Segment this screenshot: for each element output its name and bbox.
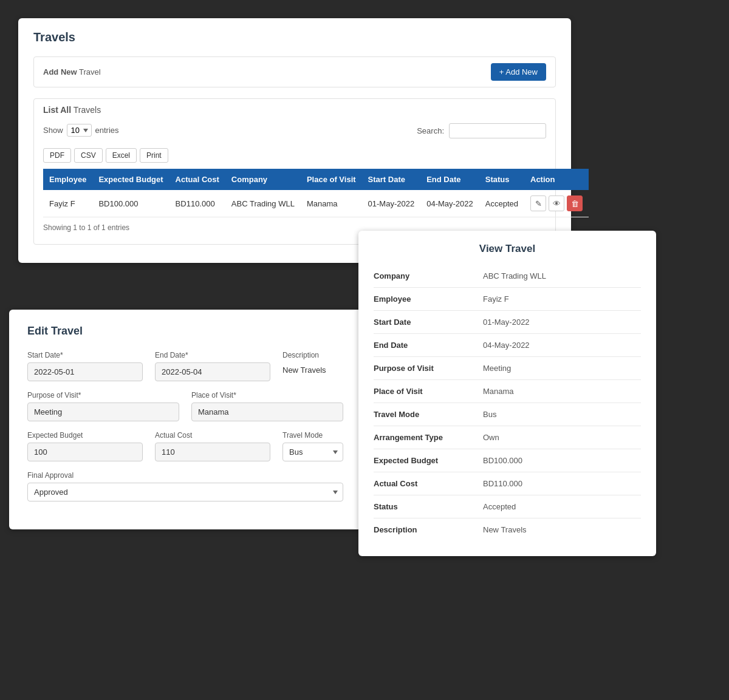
top-controls-row: Show 10 25 50 entries Search: xyxy=(43,123,546,143)
th-start-date: Start Date xyxy=(362,169,421,190)
final-approval-label: Final Approval xyxy=(27,471,343,480)
th-status: Status xyxy=(479,169,524,190)
form-group-final-approval: Final Approval Approved Pending Rejected xyxy=(27,471,343,501)
view-field-value: New Travels xyxy=(483,525,527,534)
edit-travel-card: Edit Travel Start Date* End Date* Descri… xyxy=(9,310,361,529)
print-button[interactable]: Print xyxy=(140,148,168,163)
view-fields: Company ABC Trading WLL Employee Fayiz F… xyxy=(374,265,641,541)
end-date-input[interactable] xyxy=(155,362,270,381)
td-start-date: 01-May-2022 xyxy=(362,190,421,217)
th-employee: Employee xyxy=(43,169,92,190)
view-field-value: 04-May-2022 xyxy=(483,341,530,350)
th-actual-cost: Actual Cost xyxy=(169,169,225,190)
add-label: Add New Travel xyxy=(43,67,101,76)
actual-cost-label: Actual Cost xyxy=(155,431,270,440)
actual-cost-input[interactable] xyxy=(155,443,270,461)
form-row-4: Final Approval Approved Pending Rejected xyxy=(27,471,343,501)
td-actual-cost: BD110.000 xyxy=(169,190,225,217)
view-row: Arrangement Type Own xyxy=(374,426,641,449)
table-header-row: Employee Expected Budget Actual Cost Com… xyxy=(43,169,589,190)
view-field-value: BD100.000 xyxy=(483,456,522,465)
start-date-label: Start Date* xyxy=(27,351,143,359)
view-row: Company ABC Trading WLL xyxy=(374,265,641,288)
td-expected-budget: BD100.000 xyxy=(92,190,169,217)
list-all-section: List All Travels Show 10 25 50 entries S… xyxy=(33,98,556,245)
travels-card: Travels Add New Travel + Add New List Al… xyxy=(18,18,571,263)
start-date-input[interactable] xyxy=(27,362,143,381)
view-field-key: Travel Mode xyxy=(374,410,483,419)
view-row: Actual Cost BD110.000 xyxy=(374,472,641,495)
view-field-value: Fayiz F xyxy=(483,294,509,304)
td-status: Accepted xyxy=(479,190,524,217)
td-action: ✎ 👁 🗑 xyxy=(524,190,589,217)
view-field-key: End Date xyxy=(374,341,483,350)
td-place-of-visit: Manama xyxy=(301,190,362,217)
view-field-value: 01-May-2022 xyxy=(483,318,530,327)
view-field-value: ABC Trading WLL xyxy=(483,271,546,280)
view-field-value: Bus xyxy=(483,410,496,419)
place-label: Place of Visit* xyxy=(191,391,343,399)
view-card-title: View Travel xyxy=(374,243,641,255)
view-travel-card: View Travel Company ABC Trading WLL Empl… xyxy=(358,231,656,556)
view-row: Start Date 01-May-2022 xyxy=(374,311,641,334)
end-date-label: End Date* xyxy=(155,351,270,359)
form-row-2: Purpose of Visit* Place of Visit* xyxy=(27,391,343,421)
view-field-value: Meeting xyxy=(483,364,511,373)
table-row: Fayiz F BD100.000 BD110.000 ABC Trading … xyxy=(43,190,589,217)
view-row: Employee Fayiz F xyxy=(374,288,641,311)
pdf-button[interactable]: PDF xyxy=(43,148,71,163)
table-controls: Show 10 25 50 entries xyxy=(43,124,119,137)
view-row: Status Accepted xyxy=(374,495,641,518)
search-bar: Search: xyxy=(417,123,546,138)
excel-button[interactable]: Excel xyxy=(106,148,137,163)
td-company: ABC Trading WLL xyxy=(225,190,301,217)
view-row: Place of Visit Manama xyxy=(374,380,641,403)
th-company: Company xyxy=(225,169,301,190)
form-group-travel-mode: Travel Mode Bus Car Air Train xyxy=(282,431,343,461)
view-field-key: Status xyxy=(374,502,483,511)
entries-select[interactable]: 10 25 50 xyxy=(67,124,92,137)
th-expected-budget: Expected Budget xyxy=(92,169,169,190)
view-field-key: Place of Visit xyxy=(374,387,483,396)
view-field-key: Description xyxy=(374,525,483,534)
final-approval-select[interactable]: Approved Pending Rejected xyxy=(27,483,343,501)
search-input[interactable] xyxy=(449,123,546,138)
csv-button[interactable]: CSV xyxy=(74,148,103,163)
add-new-button[interactable]: + Add New xyxy=(491,63,546,81)
description-text: New Travels xyxy=(282,362,343,378)
view-field-key: Purpose of Visit xyxy=(374,364,483,373)
view-row: Purpose of Visit Meeting xyxy=(374,357,641,380)
th-place-of-visit: Place of Visit xyxy=(301,169,362,190)
view-field-value: BD110.000 xyxy=(483,479,522,488)
purpose-input[interactable] xyxy=(27,403,179,421)
td-end-date: 04-May-2022 xyxy=(420,190,479,217)
view-row: Travel Mode Bus xyxy=(374,403,641,426)
form-group-start-date: Start Date* xyxy=(27,351,143,381)
travels-table: Employee Expected Budget Actual Cost Com… xyxy=(43,169,589,217)
view-row: Expected Budget BD100.000 xyxy=(374,449,641,472)
entries-label: entries xyxy=(95,126,119,135)
view-field-value: Manama xyxy=(483,387,514,396)
view-field-key: Employee xyxy=(374,294,483,304)
form-row-3: Expected Budget Actual Cost Travel Mode … xyxy=(27,431,343,461)
view-field-key: Company xyxy=(374,271,483,280)
view-field-key: Start Date xyxy=(374,318,483,327)
form-row-1: Start Date* End Date* Description New Tr… xyxy=(27,351,343,381)
travel-mode-label: Travel Mode xyxy=(282,431,343,440)
view-field-value: Own xyxy=(483,433,499,442)
view-action-button[interactable]: 👁 xyxy=(549,195,564,211)
travel-mode-select[interactable]: Bus Car Air Train xyxy=(282,443,343,461)
expected-budget-input[interactable] xyxy=(27,443,143,461)
delete-action-button[interactable]: 🗑 xyxy=(567,195,583,211)
place-input[interactable] xyxy=(191,403,343,421)
view-row: Description New Travels xyxy=(374,518,641,541)
export-buttons: PDF CSV Excel Print xyxy=(43,148,546,163)
form-group-place: Place of Visit* xyxy=(191,391,343,421)
add-new-bar: Add New Travel + Add New xyxy=(33,56,556,87)
edit-action-button[interactable]: ✎ xyxy=(530,195,546,211)
form-group-expected-budget: Expected Budget xyxy=(27,431,143,461)
view-row: End Date 04-May-2022 xyxy=(374,334,641,357)
description-label: Description xyxy=(282,351,343,359)
purpose-label: Purpose of Visit* xyxy=(27,391,179,399)
list-all-title: List All Travels xyxy=(43,105,546,115)
